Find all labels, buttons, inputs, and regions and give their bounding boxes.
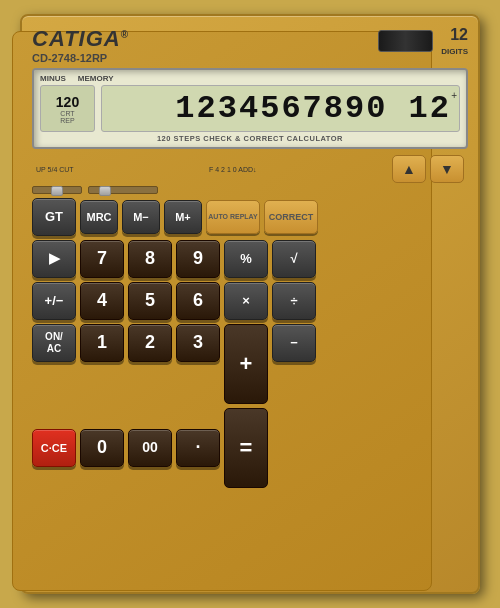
m-plus-button[interactable]: M+ bbox=[164, 200, 202, 234]
auto-replay-button[interactable]: AUTO REPLAY bbox=[206, 200, 260, 234]
display-main-number: 1234567890 12 bbox=[175, 90, 451, 127]
three-button[interactable]: 3 bbox=[176, 324, 220, 362]
slider-right-thumb bbox=[99, 186, 111, 196]
button-row-1: GT MRC M− M+ AUTO REPLAY CORRECT bbox=[32, 198, 468, 236]
display-numbers: 1234567890 12 + bbox=[101, 85, 460, 132]
calculator-main: CATIGA® CD-2748-12RP 12 DIGITS MINUS MEM… bbox=[32, 26, 468, 488]
cce-button[interactable]: C·CE bbox=[32, 429, 76, 467]
eight-button[interactable]: 8 bbox=[128, 240, 172, 278]
slider-row bbox=[32, 186, 468, 194]
minus-button[interactable]: − bbox=[272, 324, 316, 362]
solar-panel bbox=[378, 30, 433, 52]
trademark: ® bbox=[121, 29, 129, 40]
slider-labels-row: UP 5/4 CUT F 4 2 1 0 ADD↓ ▲ ▼ bbox=[32, 155, 468, 183]
gt-button[interactable]: GT bbox=[32, 198, 76, 236]
display-area: MINUS MEMORY 120 CRT REP 1234567890 12 +… bbox=[32, 68, 468, 149]
small-label1: CRT bbox=[60, 110, 74, 117]
f-label-text: F 4 2 1 0 ADD↓ bbox=[209, 166, 256, 173]
two-button[interactable]: 2 bbox=[128, 324, 172, 362]
dot-button[interactable]: · bbox=[176, 429, 220, 467]
plus-eq-group: + bbox=[224, 324, 268, 404]
on-ac-label: ON/ AC bbox=[45, 331, 63, 355]
on-ac-button[interactable]: ON/ AC bbox=[32, 324, 76, 362]
small-label2: REP bbox=[60, 117, 74, 124]
percent-button[interactable]: % bbox=[224, 240, 268, 278]
display-plus: + bbox=[451, 90, 457, 101]
up-arrow-button[interactable]: ▲ bbox=[392, 155, 426, 183]
equals-button[interactable]: = bbox=[224, 408, 268, 488]
display-wrapper: 120 CRT REP 1234567890 12 + bbox=[40, 85, 460, 132]
model-number: CD-2748-12RP bbox=[32, 52, 129, 64]
play-button[interactable]: ▶ bbox=[32, 240, 76, 278]
correct-label: CORRECT bbox=[269, 212, 314, 222]
down-arrow-button[interactable]: ▼ bbox=[430, 155, 464, 183]
right-section: 12 DIGITS bbox=[378, 26, 468, 56]
brand-section: CATIGA® CD-2748-12RP bbox=[32, 26, 129, 64]
button-row-2: ▶ 7 8 9 % √ bbox=[32, 240, 468, 278]
divide-button[interactable]: ÷ bbox=[272, 282, 316, 320]
correct-button[interactable]: CORRECT bbox=[264, 200, 318, 234]
header: CATIGA® CD-2748-12RP 12 DIGITS bbox=[32, 26, 468, 64]
slider-right[interactable] bbox=[88, 186, 158, 194]
six-button[interactable]: 6 bbox=[176, 282, 220, 320]
five-button[interactable]: 5 bbox=[128, 282, 172, 320]
plus-minus-button[interactable]: +/− bbox=[32, 282, 76, 320]
small-number: 120 bbox=[56, 94, 79, 110]
digits-suffix: DIGITS bbox=[441, 47, 468, 56]
slider-left[interactable] bbox=[32, 186, 82, 194]
f-labels: F 4 2 1 0 ADD↓ bbox=[209, 166, 256, 173]
double-zero-button[interactable]: 00 bbox=[128, 429, 172, 467]
brand-logo: CATIGA® bbox=[32, 26, 129, 52]
calculator-body: CATIGA® CD-2748-12RP 12 DIGITS MINUS MEM… bbox=[20, 14, 480, 594]
digits-display: 12 DIGITS bbox=[441, 26, 468, 56]
plus-minus-label: +/− bbox=[45, 294, 64, 308]
nine-button[interactable]: 9 bbox=[176, 240, 220, 278]
display-bottom-text: 120 STEPS CHECK & CORRECT CALCULATOR bbox=[40, 134, 460, 143]
memory-label: MEMORY bbox=[78, 74, 114, 83]
seven-button[interactable]: 7 bbox=[80, 240, 124, 278]
button-row-4: ON/ AC 1 2 3 + − bbox=[32, 324, 468, 404]
main-display: 1234567890 12 + bbox=[101, 85, 460, 132]
auto-replay-label: AUTO REPLAY bbox=[208, 213, 257, 220]
sqrt-button[interactable]: √ bbox=[272, 240, 316, 278]
slider-left-thumb bbox=[51, 186, 63, 196]
minus-memory-row: MINUS MEMORY bbox=[40, 74, 460, 83]
m-minus-button[interactable]: M− bbox=[122, 200, 160, 234]
plus-button[interactable]: + bbox=[224, 324, 268, 404]
minus-label: MINUS bbox=[40, 74, 66, 83]
zero-button[interactable]: 0 bbox=[80, 429, 124, 467]
brand-name: CATIGA bbox=[32, 26, 121, 51]
digits-number: 12 bbox=[450, 26, 468, 43]
slider-left-label: UP 5/4 CUT bbox=[36, 166, 74, 173]
small-screen: 120 CRT REP bbox=[40, 85, 95, 132]
one-button[interactable]: 1 bbox=[80, 324, 124, 362]
four-button[interactable]: 4 bbox=[80, 282, 124, 320]
multiply-button[interactable]: × bbox=[224, 282, 268, 320]
button-row-5: C·CE 0 00 · = bbox=[32, 408, 468, 488]
mrc-button[interactable]: MRC bbox=[80, 200, 118, 234]
button-row-3: +/− 4 5 6 × ÷ bbox=[32, 282, 468, 320]
